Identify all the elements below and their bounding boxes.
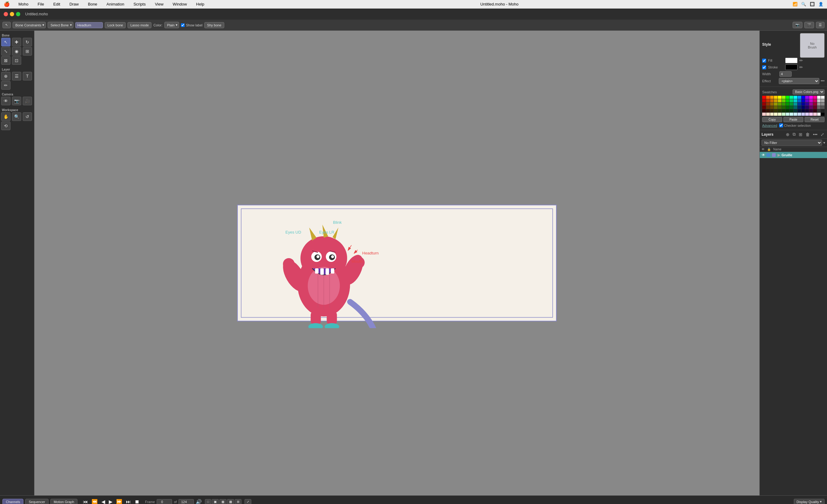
checker-label[interactable]: Checker selection <box>779 123 811 127</box>
color-swatch-cc00cc[interactable] <box>809 99 813 102</box>
more-layers-btn[interactable]: ••• <box>812 132 818 137</box>
tool-bone-strength[interactable]: ◉ <box>12 47 21 56</box>
tab-channels[interactable]: Channels <box>2 499 23 504</box>
tool-select-btn[interactable]: ↖ <box>2 22 11 28</box>
color-swatch-ffeecc[interactable] <box>770 113 774 116</box>
color-swatch-223300[interactable] <box>778 109 782 112</box>
tool-camera-3[interactable]: 🎥 <box>23 97 32 105</box>
delete-layer-btn[interactable]: 🗑 <box>805 132 811 137</box>
menu-draw[interactable]: Draw <box>67 1 81 7</box>
menu-file[interactable]: File <box>36 1 46 7</box>
apple-menu[interactable]: 🍎 <box>4 1 10 7</box>
color-swatch-009999[interactable] <box>793 103 797 106</box>
tool-layer-2[interactable]: ☰ <box>12 72 21 80</box>
width-input[interactable] <box>779 71 792 77</box>
tool-scale-bone[interactable]: ⤡ <box>1 47 10 56</box>
layer-gruille[interactable]: 👁 ▶ Gruille <box>760 152 827 158</box>
quality-3-btn[interactable]: ▦ <box>220 499 227 504</box>
color-swatch-00cccc[interactable] <box>793 99 797 102</box>
color-swatch-660000[interactable] <box>762 106 766 109</box>
stroke-checkbox[interactable] <box>762 65 766 69</box>
minimize-button[interactable] <box>10 12 14 16</box>
color-swatch-ff00ff[interactable] <box>809 96 813 99</box>
search-icon[interactable]: 🔍 <box>801 2 806 6</box>
color-swatch-220066[interactable] <box>805 106 809 109</box>
tool-bones-4[interactable]: ⊡ <box>12 56 21 65</box>
tool-zoom[interactable]: 🔍 <box>12 112 21 121</box>
quality-4-btn[interactable]: ▩ <box>227 499 234 504</box>
play-loop-btn[interactable]: ⏩ <box>115 498 124 504</box>
color-swatch-ccffee[interactable] <box>786 113 789 116</box>
quality-5-btn[interactable]: ⊞ <box>235 499 241 504</box>
color-swatch-110033[interactable] <box>805 109 809 112</box>
tool-select-bone[interactable]: ↖ <box>1 38 10 46</box>
tool-reparent-bone[interactable]: ⊞ <box>23 47 32 56</box>
camera-btn-1[interactable]: 📷 <box>792 22 802 28</box>
canvas-background[interactable]: Blink Eyes UD Eyes LR Headturn Mouth <box>237 205 557 321</box>
show-label-checkbox[interactable]: Show label <box>181 23 202 27</box>
color-swatch-ffffff[interactable] <box>817 96 821 99</box>
maximize-button[interactable] <box>16 12 20 16</box>
color-swatch-003399[interactable] <box>797 103 801 106</box>
color-swatch-446600[interactable] <box>778 106 782 109</box>
lock-bone-btn[interactable]: Lock bone <box>105 22 126 28</box>
color-swatch-003333[interactable] <box>793 109 797 112</box>
color-swatch-990033[interactable] <box>813 103 817 106</box>
quality-1-btn[interactable]: □ <box>205 499 211 504</box>
stroke-color-box[interactable] <box>785 64 797 70</box>
menu-edit[interactable]: Edit <box>51 1 62 7</box>
tool-layer-4[interactable]: ✏ <box>1 81 10 90</box>
color-swatch-ffddcc[interactable] <box>766 113 770 116</box>
color-swatch-ffccdd[interactable] <box>813 113 817 116</box>
color-swatch-ffffcc[interactable] <box>774 113 778 116</box>
color-swatch-0099ff[interactable] <box>797 96 801 99</box>
tab-motion-graph[interactable]: Motion Graph <box>50 499 78 504</box>
effect-more-btn[interactable]: ••• <box>821 79 825 83</box>
color-swatch-ff0000[interactable] <box>762 96 766 99</box>
color-swatch-0000ff[interactable] <box>801 96 805 99</box>
tool-camera-2[interactable]: 📷 <box>12 97 21 105</box>
color-swatch-339900[interactable] <box>782 103 785 106</box>
tool-layer-3[interactable]: T <box>23 72 32 80</box>
color-swatch-ccccff[interactable] <box>801 113 805 116</box>
color-swatch-00ff99[interactable] <box>789 96 793 99</box>
color-swatch-aaaaaa[interactable] <box>821 99 825 102</box>
color-swatch-993300[interactable] <box>766 103 770 106</box>
copy-layer-btn[interactable]: ⧉ <box>792 131 796 137</box>
color-swatch-000000[interactable] <box>821 113 825 116</box>
effect-select[interactable]: <plain> <box>779 78 819 84</box>
shy-bone-btn[interactable]: Shy bone <box>204 22 224 28</box>
panel-toggle-btn[interactable]: ☰ <box>816 22 825 28</box>
volume-btn[interactable]: 🔊 <box>196 499 202 504</box>
color-swatch-cceeff[interactable] <box>793 113 797 116</box>
tool-hand[interactable]: ✋ <box>1 112 10 121</box>
quality-2-btn[interactable]: ▣ <box>212 499 219 504</box>
color-swatch-ffccff[interactable] <box>809 113 813 116</box>
color-swatch-cc3300[interactable] <box>766 99 770 102</box>
color-swatch-cc9900[interactable] <box>774 99 778 102</box>
total-frames-input[interactable] <box>179 499 194 504</box>
color-swatch-ff0099[interactable] <box>813 96 817 99</box>
color-swatch-ff9900[interactable] <box>770 96 774 99</box>
swatches-file-select[interactable]: Basic Colors.png <box>792 89 825 95</box>
color-swatch-ccffcc[interactable] <box>782 113 785 116</box>
color-swatch-cc0000[interactable] <box>762 99 766 102</box>
color-swatch-cccc00[interactable] <box>778 99 782 102</box>
color-swatch-00cc66[interactable] <box>789 99 793 102</box>
color-swatch-ddccff[interactable] <box>805 113 809 116</box>
color-swatch-333300[interactable] <box>774 109 778 112</box>
control-center-icon[interactable]: 🔲 <box>810 2 815 6</box>
color-swatch-330000[interactable] <box>762 109 766 112</box>
tool-camera-1[interactable]: 👁 <box>1 97 10 105</box>
current-frame-input[interactable] <box>157 499 172 504</box>
menu-window[interactable]: Window <box>171 1 189 7</box>
color-swatch-0000cc[interactable] <box>801 99 805 102</box>
color-swatch-003311[interactable] <box>789 109 793 112</box>
color-swatch-333333[interactable] <box>817 109 821 112</box>
new-layer-btn[interactable]: ⊕ <box>785 132 790 137</box>
color-swatch-006622[interactable] <box>789 106 793 109</box>
lasso-mode-btn[interactable]: Lasso mode <box>128 22 151 28</box>
tool-reset-view[interactable]: ⟲ <box>1 121 10 130</box>
color-swatch-663300[interactable] <box>766 106 770 109</box>
color-swatch-ffcc00[interactable] <box>774 96 778 99</box>
